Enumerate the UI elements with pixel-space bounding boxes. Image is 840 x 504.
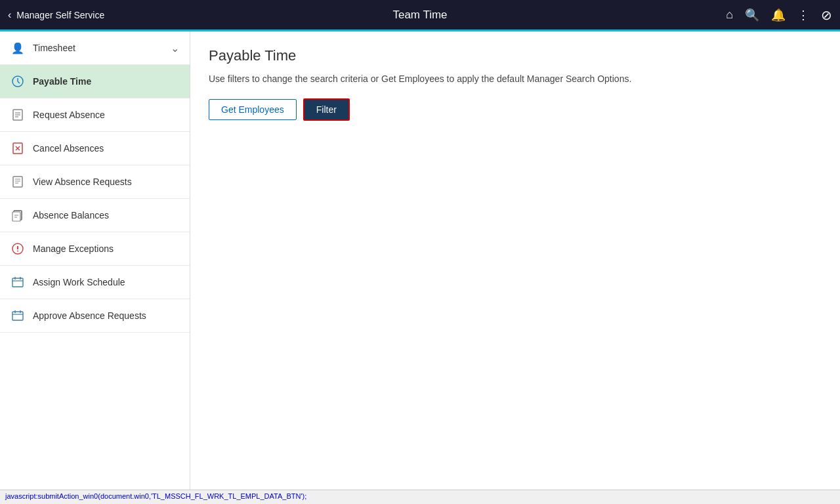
assign-work-schedule-icon <box>10 275 25 289</box>
sidebar-item-label-assign-work-schedule: Assign Work Schedule <box>33 277 179 287</box>
svg-line-2 <box>18 81 20 83</box>
top-navigation-bar: ‹ Manager Self Service Team Time ⌂ 🔍 🔔 ⋮… <box>0 0 840 32</box>
svg-rect-25 <box>12 312 23 320</box>
action-button-row: Get Employees Filter <box>209 98 822 121</box>
status-bar: javascript:submitAction_win0(document.wi… <box>0 490 840 504</box>
sidebar-item-timesheet[interactable]: 👤 Timesheet ⌄ <box>0 32 190 65</box>
sidebar-item-label-payable-time: Payable Time <box>33 76 179 87</box>
sidebar-item-absence-balances[interactable]: Absence Balances <box>0 199 190 232</box>
sidebar-item-label-absence-balances: Absence Balances <box>33 210 179 220</box>
request-absence-icon <box>10 108 25 122</box>
sidebar-item-payable-time[interactable]: Payable Time <box>0 65 190 98</box>
absence-balances-icon <box>10 208 25 222</box>
block-icon[interactable]: ⊘ <box>821 7 832 23</box>
more-options-icon[interactable]: ⋮ <box>797 8 809 22</box>
sidebar-item-request-absence[interactable]: Request Absence <box>0 98 190 132</box>
payable-time-description: Use filters to change the search criteri… <box>209 74 822 84</box>
sidebar-item-view-absence-requests[interactable]: View Absence Requests <box>0 165 190 199</box>
sidebar-item-manage-exceptions[interactable]: Manage Exceptions <box>0 232 190 266</box>
sidebar-item-label-timesheet: Timesheet <box>33 43 163 53</box>
page-title-header: Team Time <box>392 9 447 22</box>
svg-point-20 <box>17 251 18 252</box>
back-arrow-icon: ‹ <box>8 9 11 21</box>
header-icons: ⌂ 🔍 🔔 ⋮ ⊘ <box>726 7 832 23</box>
sidebar-item-label-approve-absence-requests: Approve Absence Requests <box>33 310 179 321</box>
filter-button[interactable]: Filter <box>303 98 350 121</box>
sidebar-item-label-cancel-absences: Cancel Absences <box>33 143 179 154</box>
notification-icon[interactable]: 🔔 <box>771 8 786 22</box>
approve-absence-requests-icon <box>10 308 25 323</box>
sidebar-item-approve-absence-requests[interactable]: Approve Absence Requests <box>0 299 190 333</box>
home-icon[interactable]: ⌂ <box>726 8 733 22</box>
manage-exceptions-icon <box>10 242 25 256</box>
main-content: Payable Time Use filters to change the s… <box>190 32 840 490</box>
timesheet-icon: 👤 <box>10 41 25 55</box>
svg-rect-10 <box>13 177 22 187</box>
back-nav-label: Manager Self Service <box>16 10 104 20</box>
sidebar-item-label-manage-exceptions: Manage Exceptions <box>33 243 179 254</box>
cancel-absences-icon <box>10 141 25 156</box>
get-employees-button[interactable]: Get Employees <box>209 99 297 120</box>
chevron-down-icon: ⌄ <box>171 42 179 54</box>
sidebar-collapse-tab[interactable]: ‖ <box>190 244 190 277</box>
status-bar-text: javascript:submitAction_win0(document.wi… <box>5 492 306 500</box>
sidebar-item-assign-work-schedule[interactable]: Assign Work Schedule <box>0 266 190 299</box>
sidebar-item-label-request-absence: Request Absence <box>33 110 179 120</box>
payable-time-icon <box>10 74 25 89</box>
search-icon[interactable]: 🔍 <box>745 8 759 22</box>
main-layout: 👤 Timesheet ⌄ Payable Time <box>0 32 840 490</box>
sidebar: 👤 Timesheet ⌄ Payable Time <box>0 32 190 490</box>
svg-rect-21 <box>12 278 23 287</box>
payable-time-title: Payable Time <box>209 47 822 64</box>
sidebar-item-cancel-absences[interactable]: Cancel Absences <box>0 132 190 165</box>
view-absence-requests-icon <box>10 175 25 189</box>
back-nav[interactable]: ‹ Manager Self Service <box>8 9 104 21</box>
svg-rect-15 <box>12 212 20 221</box>
sidebar-item-label-view-absence-requests: View Absence Requests <box>33 177 179 187</box>
